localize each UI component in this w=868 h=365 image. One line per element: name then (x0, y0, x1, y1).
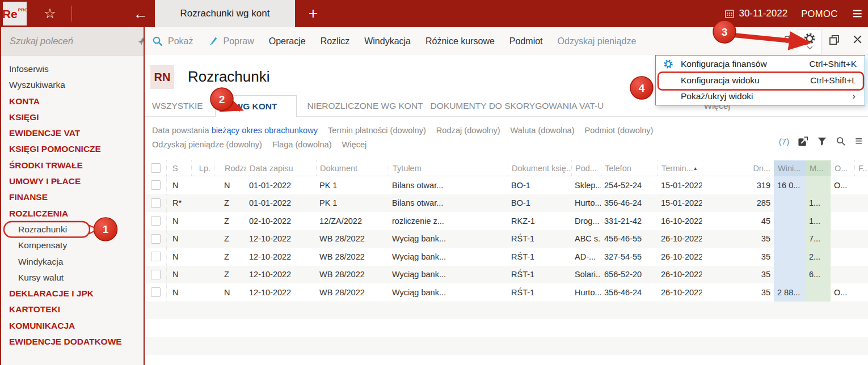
close-icon[interactable] (853, 35, 862, 44)
toolbar-button-odzyskaj-pieniadze[interactable]: Odzyskaj pieniądze (558, 36, 637, 46)
filter-funnel-icon[interactable] (817, 136, 827, 146)
toolbar-button-operacje[interactable]: Operacje (269, 36, 306, 46)
header-cell-lp[interactable]: Lp. (191, 160, 214, 176)
filter-wiecej[interactable]: Więcej (342, 140, 367, 149)
toolbar-button-roznice-kursowe[interactable]: Różnice kursowe (425, 36, 495, 46)
help-icon[interactable]: ? (784, 33, 790, 46)
command-search-input[interactable] (9, 35, 137, 47)
favorites-star-icon[interactable]: ☆ (37, 0, 62, 27)
list-menu-icon[interactable]: ≡ (855, 135, 862, 147)
header-cell-tytulem[interactable]: Tytułem (389, 160, 508, 176)
toolbar-button-podmiot[interactable]: Podmiot (509, 36, 543, 46)
help-menu-button[interactable]: POMOC (801, 9, 837, 19)
row-checkbox[interactable] (151, 252, 161, 261)
header-cell-termin[interactable]: Termin...▲ (658, 160, 702, 176)
cell-winien (774, 230, 806, 248)
header-cell-dokument-ksie[interactable]: Dokument księ... (508, 160, 571, 176)
toolbar-button-label: Różnice kursowe (425, 36, 495, 46)
table-row[interactable]: NZ12-10-2022WB 28/2022Wyciąg bank...RŚT-… (146, 248, 868, 266)
filter-waluta-dowolna[interactable]: Waluta (dowolna) (511, 126, 575, 135)
tab-nierozliczone-wg-kont[interactable]: NIEROZLICZONE WG KONT (307, 101, 423, 116)
header-cell-wini[interactable]: Wini... (774, 160, 806, 176)
header-cell-rodzaj[interactable]: Rodzaj (214, 160, 246, 176)
table-row[interactable]: NN12-10-2022WB 28/2022Wyciąg bank...RŚT-… (146, 283, 868, 302)
cell-dok: WB 28/2022 (316, 283, 389, 302)
toolbar-button-popraw[interactable]: Popraw (208, 36, 254, 46)
table-row[interactable]: NZ12-10-2022WB 28/2022Wyciąg bank...RŚT-… (146, 266, 868, 284)
sidebar-item-ewidencje-vat[interactable]: EWIDENCJE VAT (1, 125, 144, 141)
filter-flaga-dowolna[interactable]: Flaga (dowolna) (272, 140, 332, 149)
sidebar-search (1, 27, 144, 56)
header-cell-pod[interactable]: Pod... (571, 160, 601, 176)
header-cell-o[interactable]: O... (831, 160, 854, 176)
tab-wg-kont[interactable]: WG KONT (215, 95, 297, 117)
toolbar-button-windykacja[interactable]: Windykacja (364, 36, 411, 46)
sidebar-item-deklaracje-i-jpk[interactable]: DEKLARACJE I JPK (1, 286, 144, 302)
sidebar-item-ksiegi-pomocnicze[interactable]: KSIĘGI POMOCNICZE (1, 141, 144, 157)
header-cell-data-zapisu[interactable]: Data zapisu (246, 160, 316, 176)
cell-o (831, 230, 854, 248)
filter-podmiot-dowolny[interactable]: Podmiot (dowolny) (585, 126, 654, 135)
export-icon[interactable] (798, 136, 808, 147)
sidebar-item-ksiegi[interactable]: KSIĘGI (1, 109, 144, 125)
tab-dokumenty-do-skorygowania-vat-u[interactable]: DOKUMENTY DO SKORYGOWANIA VAT-U (431, 101, 604, 116)
hamburger-menu-icon[interactable]: ≡ (852, 5, 862, 22)
row-checkbox[interactable] (151, 216, 161, 226)
toolbar-button-rozlicz[interactable]: Rozlicz (321, 36, 350, 46)
sidebar-item-konta[interactable]: KONTA (1, 94, 144, 109)
header-cell-telefon[interactable]: Telefon (601, 160, 658, 176)
menu-item-pokaz-ukryj-widoki[interactable]: Pokaż/ukryj widoki› (656, 88, 865, 104)
gear-icon (803, 32, 816, 45)
sidebar-item-rozliczenia[interactable]: ROZLICZENIA (1, 206, 144, 222)
header-cell-s[interactable]: S (166, 160, 191, 176)
sidebar-item-rozrachunki[interactable]: Rozrachunki (1, 222, 144, 237)
restore-window-icon[interactable] (829, 35, 840, 45)
sidebar-item-wyszukiwarka[interactable]: Wyszukiwarka (1, 77, 144, 93)
sidebar-item-komunikacja[interactable]: KOMUNIKACJA (1, 318, 144, 334)
sidebar-item-finanse[interactable]: FINANSE (1, 189, 144, 205)
filter-termin-platnosci-dowolny[interactable]: Termin płatności (dowolny) (328, 126, 426, 135)
filter-odzyskaj-pieniadze-dowolny[interactable]: Odzyskaj pieniądze (dowolny) (152, 140, 262, 149)
menu-item-konfiguracja-finansow[interactable]: Konfiguracja finansówCtrl+Shift+K (656, 56, 865, 72)
sidebar-item-ewidencje-dodatkowe[interactable]: EWIDENCJE DODATKOWE (1, 334, 144, 350)
sidebar-item-kompensaty[interactable]: Kompensaty (1, 237, 144, 253)
new-tab-button[interactable]: + (301, 0, 326, 27)
header-cell-select[interactable] (146, 160, 166, 176)
row-checkbox[interactable] (151, 180, 161, 190)
window-tab[interactable]: Rozrachunki wg kont (155, 0, 295, 27)
filter-data-powstania[interactable]: Data powstania bieżący okres obrachunkow… (152, 126, 318, 135)
app-logo[interactable]: RePRO (3, 2, 27, 26)
sidebar-item-srodki-trwale[interactable]: ŚRODKI TRWAŁE (1, 158, 144, 173)
header-cell-dokument[interactable]: Dokument (316, 160, 389, 176)
sidebar-item-infoserwis[interactable]: Infoserwis (1, 61, 144, 77)
search-list-icon[interactable] (836, 136, 846, 147)
current-date-button[interactable]: 30-11-2022 (724, 8, 787, 19)
header-cell-m[interactable]: M... (806, 160, 831, 176)
select-all-checkbox[interactable] (151, 163, 161, 173)
page-title: Rozrachunki (188, 68, 270, 86)
tab-wszystkie[interactable]: WSZYSTKIE (152, 101, 203, 116)
sidebar-item-umowy-i-place[interactable]: UMOWY I PŁACE (1, 173, 144, 189)
row-checkbox[interactable] (151, 234, 161, 244)
toolbar-button-pokaz[interactable]: Pokaż (152, 36, 193, 47)
calendar-icon (724, 9, 735, 19)
header-cell-dn[interactable]: Dn... (702, 160, 774, 176)
cell-pod: AD-... (571, 248, 601, 266)
row-checkbox[interactable] (151, 287, 161, 297)
table-row[interactable]: NZ02-10-202212/ZA/2022rozliczenie z...RK… (146, 212, 868, 230)
sidebar-item-kartoteki[interactable]: KARTOTEKI (1, 302, 144, 317)
header-cell-f[interactable]: F.. (854, 160, 868, 176)
menu-item-konfiguracja-widoku[interactable]: Konfiguracja widokuCtrl+Shift+L (656, 72, 865, 88)
cell-f (854, 194, 868, 213)
table-row[interactable]: NN01-01-2022PK 1Bilans otwar...BO-1Sklep… (146, 176, 868, 194)
settings-gear-button[interactable] (798, 29, 821, 54)
sidebar-item-windykacja[interactable]: Windykacja (1, 254, 144, 270)
cell-tyt: Wyciąg bank... (389, 230, 508, 248)
table-row[interactable]: NZ12-10-2022WB 28/2022Wyciąg bank...RŚT-… (146, 230, 868, 248)
back-button[interactable]: ← (128, 0, 153, 27)
row-checkbox[interactable] (151, 270, 161, 279)
row-checkbox[interactable] (151, 198, 161, 208)
table-row[interactable]: R*Z01-01-2022PK 1Bilans otwar...BO-1Hurt… (146, 194, 868, 213)
filter-rodzaj-dowolny[interactable]: Rodzaj (dowolny) (436, 126, 500, 135)
sidebar-item-kursy-walut[interactable]: Kursy walut (1, 270, 144, 286)
